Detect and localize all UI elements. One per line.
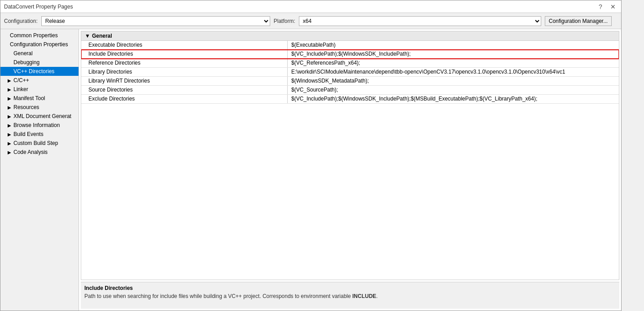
property-name: Library WinRT Directories (81, 77, 288, 85)
toolbar: Configuration: Release Platform: x64 Con… (0, 13, 621, 29)
sidebar-item-common-properties[interactable]: Common Properties (0, 31, 79, 40)
sidebar-item-label: Resources (13, 104, 39, 110)
help-button[interactable]: ? (596, 2, 605, 11)
sidebar-item-xml-document[interactable]: ▶XML Document Generat (0, 112, 79, 121)
sidebar-item-label: Code Analysis (13, 149, 48, 155)
chevron-icon: ▶ (8, 123, 12, 128)
property-value: $(VC_IncludePath);$(WindowsSDK_IncludePa… (288, 95, 619, 103)
property-value: $(WindowsSDK_MetadataPath); (288, 77, 619, 85)
table-row[interactable]: Include Directories$(VC_IncludePath);$(W… (81, 50, 619, 59)
chevron-icon: ▶ (8, 114, 12, 119)
sidebar-item-general[interactable]: General (0, 49, 79, 58)
section-title: General (92, 33, 112, 39)
sidebar-item-label: General (13, 50, 33, 57)
chevron-icon: ▶ (8, 132, 12, 137)
property-table: ▼ General Executable Directories$(Execut… (81, 31, 619, 280)
chevron-icon: ▶ (8, 96, 12, 101)
sidebar-item-label: Build Events (13, 131, 44, 137)
sidebar-item-label: Custom Build Step (13, 140, 58, 146)
sidebar-item-label: Linker (13, 86, 28, 92)
info-highlight: INCLUDE (352, 293, 376, 299)
table-row[interactable]: Library DirectoriesE:\workdir\SCIModuleM… (81, 68, 619, 77)
property-name: Include Directories (81, 50, 288, 58)
property-value: $(VC_IncludePath);$(WindowsSDK_IncludePa… (288, 50, 619, 58)
table-row[interactable]: Source Directories$(VC_SourcePath); (81, 86, 619, 95)
sidebar-item-c-cpp[interactable]: ▶C/C++ (0, 76, 79, 85)
info-title: Include Directories (84, 285, 616, 291)
chevron-icon: ▶ (8, 87, 12, 92)
chevron-icon: ▶ (8, 150, 12, 155)
section-collapse-icon[interactable]: ▼ (85, 33, 90, 39)
sidebar-item-browse-information[interactable]: ▶Browse Information (0, 121, 79, 130)
sidebar-item-label: Debugging (13, 59, 39, 66)
sidebar-item-label: C/C++ (13, 77, 29, 83)
configuration-select[interactable]: Release (41, 16, 270, 26)
property-value: $(ExecutablePath) (288, 41, 619, 49)
property-name: Executable Directories (81, 41, 288, 49)
window-title: DataConvert Property Pages (4, 4, 73, 10)
sidebar-item-manifest-tool[interactable]: ▶Manifest Tool (0, 94, 79, 103)
property-value: $(VC_ReferencesPath_x64); (288, 59, 619, 67)
sidebar-item-label: XML Document Generat (13, 113, 71, 119)
content-area: Common PropertiesConfiguration Propertie… (0, 29, 621, 311)
property-pages-window: DataConvert Property Pages ? ✕ Configura… (0, 0, 622, 311)
chevron-icon: ▶ (8, 78, 12, 83)
property-name: Library Directories (81, 68, 288, 76)
section-header: ▼ General (81, 31, 619, 41)
info-description: Path to use when searching for include f… (84, 293, 616, 299)
property-name: Exclude Directories (81, 95, 288, 103)
sidebar: Common PropertiesConfiguration Propertie… (0, 29, 79, 311)
chevron-icon: ▶ (8, 141, 12, 146)
sidebar-item-vc-directories[interactable]: VC++ Directories (0, 67, 79, 76)
sidebar-item-label: Browse Information (13, 122, 60, 128)
sidebar-item-label: Configuration Properties (10, 41, 68, 48)
config-manager-button[interactable]: Configuration Manager... (545, 16, 612, 26)
sidebar-item-custom-build-step[interactable]: ▶Custom Build Step (0, 139, 79, 148)
sidebar-item-build-events[interactable]: ▶Build Events (0, 130, 79, 139)
property-name: Source Directories (81, 86, 288, 94)
table-row[interactable]: Reference Directories$(VC_ReferencesPath… (81, 59, 619, 68)
sidebar-item-linker[interactable]: ▶Linker (0, 85, 79, 94)
platform-select[interactable]: x64 (299, 16, 541, 26)
main-panel: ▼ General Executable Directories$(Execut… (79, 29, 621, 311)
sidebar-item-debugging[interactable]: Debugging (0, 58, 79, 67)
property-value: E:\workdir\SCIModuleMaintenance\depend\t… (288, 68, 619, 76)
sidebar-item-code-analysis[interactable]: ▶Code Analysis (0, 148, 79, 157)
config-label: Configuration: (4, 18, 38, 24)
chevron-icon: ▶ (8, 105, 12, 110)
sidebar-item-label: Common Properties (10, 32, 58, 39)
sidebar-item-label: VC++ Directories (13, 68, 54, 74)
platform-label: Platform: (274, 18, 295, 24)
info-panel: Include Directories Path to use when sea… (81, 282, 619, 309)
title-bar-controls: ? ✕ (596, 2, 618, 11)
title-bar: DataConvert Property Pages ? ✕ (0, 0, 621, 13)
close-button[interactable]: ✕ (609, 2, 618, 11)
property-value: $(VC_SourcePath); (288, 86, 619, 94)
sidebar-item-configuration-properties[interactable]: Configuration Properties (0, 40, 79, 49)
table-row[interactable]: Exclude Directories$(VC_IncludePath);$(W… (81, 95, 619, 104)
property-name: Reference Directories (81, 59, 288, 67)
table-row[interactable]: Executable Directories$(ExecutablePath) (81, 41, 619, 50)
sidebar-item-resources[interactable]: ▶Resources (0, 103, 79, 112)
table-row[interactable]: Library WinRT Directories$(WindowsSDK_Me… (81, 77, 619, 86)
sidebar-item-label: Manifest Tool (13, 95, 45, 101)
